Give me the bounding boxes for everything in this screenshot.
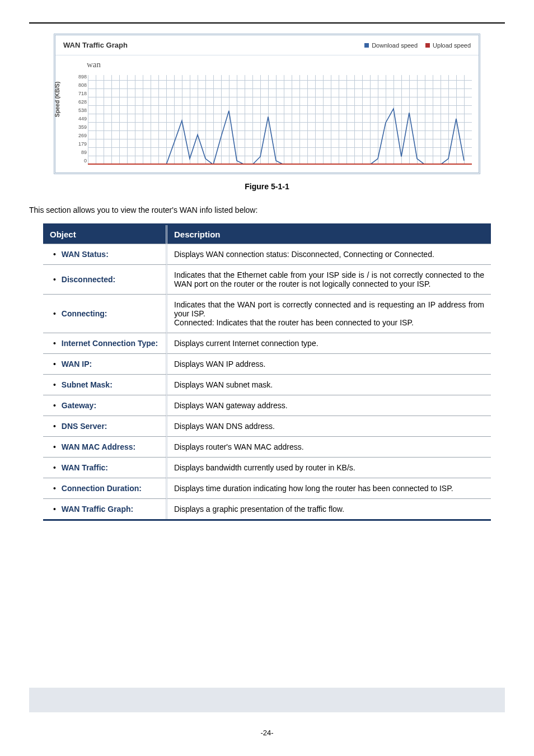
graph-legend: Download speed Upload speed (364, 42, 471, 49)
bullet-icon: • (53, 275, 56, 284)
ytick: 269 (72, 133, 87, 138)
object-label: Subnet Mask: (59, 380, 113, 389)
description-cell: Displays router's WAN MAC address. (167, 436, 491, 457)
bullet-icon: • (53, 484, 56, 493)
bullet-icon: • (53, 339, 56, 348)
object-label: Connecting: (59, 309, 107, 318)
object-label: WAN Traffic Graph: (59, 505, 133, 514)
description-cell: Displays WAN connection status: Disconne… (167, 244, 491, 264)
table-row: • Subnet Mask:Displays WAN subnet mask. (43, 374, 491, 395)
object-cell: • WAN MAC Address: (43, 436, 167, 457)
footer-bar (29, 688, 505, 712)
object-cell: • WAN Traffic Graph: (43, 498, 167, 519)
ytick: 359 (72, 124, 87, 130)
object-label: WAN Status: (59, 250, 109, 259)
table-row: • Internet Connection Type:Displays curr… (43, 333, 491, 353)
ytick: 628 (72, 99, 87, 105)
object-label: Disconnected: (59, 275, 115, 284)
table-row: • Disconnected:Indicates that the Ethern… (43, 264, 491, 294)
table-row: • WAN Status:Displays WAN connection sta… (43, 244, 491, 264)
object-cell: • Subnet Mask: (43, 374, 167, 395)
ytick: 718 (72, 91, 87, 96)
description-cell: Displays WAN gateway address. (167, 395, 491, 416)
legend-upload-label: Upload speed (433, 42, 471, 49)
object-cell: • DNS Server: (43, 416, 167, 436)
intro-paragraph: This section allows you to view the rout… (29, 206, 505, 214)
chart-svg (88, 75, 472, 165)
object-label: WAN Traffic: (59, 463, 108, 472)
legend-upload: Upload speed (425, 42, 471, 49)
description-cell: Displays bandwidth currently used by rou… (167, 457, 491, 478)
bullet-icon: • (53, 505, 56, 514)
object-label: Gateway: (59, 401, 96, 410)
table-header-row: Object Description (43, 225, 491, 244)
description-table: Object Description • WAN Status:Displays… (43, 223, 491, 521)
object-cell: • Connection Duration: (43, 478, 167, 498)
description-cell: Displays WAN subnet mask. (167, 374, 491, 395)
object-label: DNS Server: (59, 422, 107, 431)
bullet-icon: • (53, 309, 56, 318)
table-row: • Connection Duration:Displays time dura… (43, 478, 491, 498)
object-label: WAN MAC Address: (59, 442, 135, 451)
chart-plot (88, 75, 472, 165)
top-rule (29, 22, 505, 24)
legend-download: Download speed (364, 42, 418, 49)
bullet-icon: • (53, 380, 56, 389)
object-cell: • WAN Traffic: (43, 457, 167, 478)
bullet-icon: • (53, 360, 56, 368)
legend-download-label: Download speed (372, 42, 418, 49)
ytick: 538 (72, 108, 87, 113)
description-cell: Displays WAN DNS address. (167, 416, 491, 436)
square-icon (425, 43, 430, 48)
bullet-icon: • (53, 422, 56, 431)
description-cell: Displays a graphic presentation of the t… (167, 498, 491, 519)
table-row: • Gateway:Displays WAN gateway address. (43, 395, 491, 416)
chart-area: Speed (KB/S) 898 808 718 628 538 449 359… (55, 72, 479, 172)
graph-series-label: wan (55, 55, 479, 72)
object-cell: • WAN IP: (43, 353, 167, 374)
ytick: 449 (72, 116, 87, 122)
header-object: Object (43, 225, 167, 244)
ytick: 808 (72, 82, 87, 88)
download-line (88, 109, 464, 165)
square-icon (364, 43, 369, 48)
description-cell: Displays WAN IP address. (167, 353, 491, 374)
header-description: Description (167, 225, 491, 244)
table-row: • WAN IP:Displays WAN IP address. (43, 353, 491, 374)
graph-header: WAN Traffic Graph Download speed Upload … (55, 35, 479, 55)
object-cell: • Gateway: (43, 395, 167, 416)
table-row: • DNS Server:Displays WAN DNS address. (43, 416, 491, 436)
description-cell: Displays time duration indicating how lo… (167, 478, 491, 498)
ytick: 898 (72, 74, 87, 80)
table-row: • Connecting:Indicates that the WAN port… (43, 294, 491, 333)
table-row: • WAN Traffic:Displays bandwidth current… (43, 457, 491, 478)
table-body: • WAN Status:Displays WAN connection sta… (43, 244, 491, 519)
description-cell: Indicates that the WAN port is correctly… (167, 294, 491, 333)
bullet-icon: • (53, 442, 56, 451)
description-cell: Indicates that the Ethernet cable from y… (167, 264, 491, 294)
page-number: -24- (0, 729, 534, 737)
object-label: Internet Connection Type: (59, 339, 158, 348)
object-cell: • Disconnected: (43, 264, 167, 294)
ytick: 0 (72, 158, 87, 164)
object-cell: • Internet Connection Type: (43, 333, 167, 353)
object-cell: • WAN Status: (43, 244, 167, 264)
object-label: Connection Duration: (59, 484, 142, 493)
table-row: • WAN MAC Address:Displays router's WAN … (43, 436, 491, 457)
bullet-icon: • (53, 401, 56, 410)
graph-title: WAN Traffic Graph (63, 41, 128, 49)
ytick: 89 (72, 150, 87, 155)
chart-baseline (88, 164, 472, 165)
figure-caption: Figure 5-1-1 (29, 182, 505, 191)
chart-yticks: 898 808 718 628 538 449 359 269 179 89 0 (72, 74, 87, 164)
table-row: • WAN Traffic Graph:Displays a graphic p… (43, 498, 491, 519)
document-page: WAN Traffic Graph Download speed Upload … (0, 0, 534, 756)
bullet-icon: • (53, 463, 56, 472)
bullet-icon: • (53, 250, 56, 259)
object-label: WAN IP: (59, 360, 92, 368)
chart-ylabel: Speed (KB/S) (54, 82, 60, 117)
ytick: 179 (72, 141, 87, 147)
object-cell: • Connecting: (43, 294, 167, 333)
wan-traffic-graph-panel: WAN Traffic Graph Download speed Upload … (54, 34, 480, 174)
description-cell: Displays current Internet connection typ… (167, 333, 491, 353)
